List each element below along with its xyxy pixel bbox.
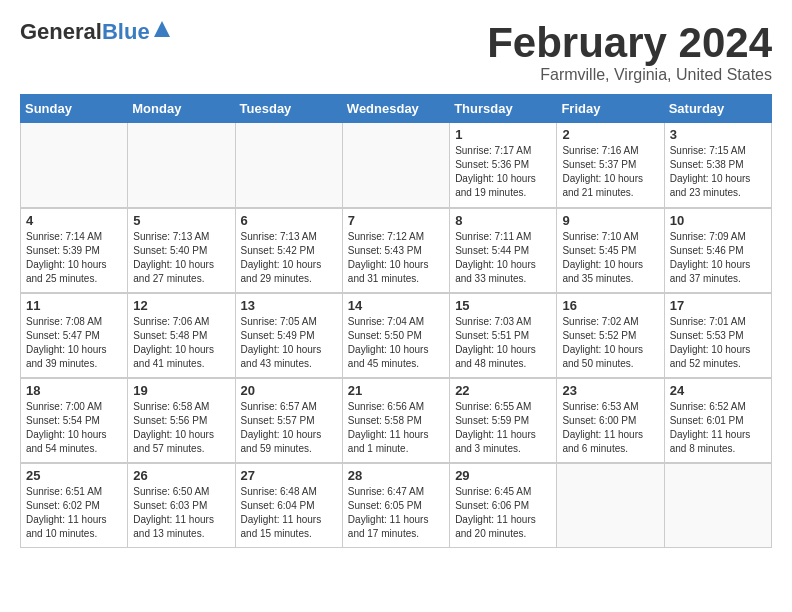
day-number: 23 [562, 383, 658, 398]
calendar-cell: 5Sunrise: 7:13 AMSunset: 5:40 PMDaylight… [128, 208, 235, 293]
calendar-cell [342, 123, 449, 208]
day-number: 18 [26, 383, 122, 398]
day-number: 6 [241, 213, 337, 228]
day-info: Sunrise: 7:13 AMSunset: 5:42 PMDaylight:… [241, 230, 337, 286]
calendar-cell: 26Sunrise: 6:50 AMSunset: 6:03 PMDayligh… [128, 463, 235, 548]
day-number: 13 [241, 298, 337, 313]
header-day-sunday: Sunday [21, 95, 128, 123]
header-day-tuesday: Tuesday [235, 95, 342, 123]
day-info: Sunrise: 6:55 AMSunset: 5:59 PMDaylight:… [455, 400, 551, 456]
calendar-cell: 16Sunrise: 7:02 AMSunset: 5:52 PMDayligh… [557, 293, 664, 378]
day-info: Sunrise: 7:02 AMSunset: 5:52 PMDaylight:… [562, 315, 658, 371]
logo-text: GeneralBlue [20, 20, 150, 44]
day-info: Sunrise: 7:00 AMSunset: 5:54 PMDaylight:… [26, 400, 122, 456]
calendar-cell: 9Sunrise: 7:10 AMSunset: 5:45 PMDaylight… [557, 208, 664, 293]
day-info: Sunrise: 6:56 AMSunset: 5:58 PMDaylight:… [348, 400, 444, 456]
day-number: 25 [26, 468, 122, 483]
day-info: Sunrise: 7:13 AMSunset: 5:40 PMDaylight:… [133, 230, 229, 286]
day-number: 11 [26, 298, 122, 313]
day-number: 24 [670, 383, 766, 398]
calendar-cell: 1Sunrise: 7:17 AMSunset: 5:36 PMDaylight… [450, 123, 557, 208]
day-number: 29 [455, 468, 551, 483]
calendar-cell: 29Sunrise: 6:45 AMSunset: 6:06 PMDayligh… [450, 463, 557, 548]
day-info: Sunrise: 7:06 AMSunset: 5:48 PMDaylight:… [133, 315, 229, 371]
calendar-cell: 15Sunrise: 7:03 AMSunset: 5:51 PMDayligh… [450, 293, 557, 378]
day-info: Sunrise: 6:58 AMSunset: 5:56 PMDaylight:… [133, 400, 229, 456]
calendar-cell: 4Sunrise: 7:14 AMSunset: 5:39 PMDaylight… [21, 208, 128, 293]
calendar-cell: 20Sunrise: 6:57 AMSunset: 5:57 PMDayligh… [235, 378, 342, 463]
calendar-week-1: 1Sunrise: 7:17 AMSunset: 5:36 PMDaylight… [21, 123, 772, 208]
title-block: February 2024 Farmville, Virginia, Unite… [487, 20, 772, 84]
calendar-week-2: 4Sunrise: 7:14 AMSunset: 5:39 PMDaylight… [21, 208, 772, 293]
day-info: Sunrise: 6:57 AMSunset: 5:57 PMDaylight:… [241, 400, 337, 456]
day-info: Sunrise: 7:17 AMSunset: 5:36 PMDaylight:… [455, 144, 551, 200]
day-number: 14 [348, 298, 444, 313]
calendar-cell: 23Sunrise: 6:53 AMSunset: 6:00 PMDayligh… [557, 378, 664, 463]
calendar-cell: 18Sunrise: 7:00 AMSunset: 5:54 PMDayligh… [21, 378, 128, 463]
calendar-cell [664, 463, 771, 548]
calendar-cell: 13Sunrise: 7:05 AMSunset: 5:49 PMDayligh… [235, 293, 342, 378]
day-number: 27 [241, 468, 337, 483]
day-number: 17 [670, 298, 766, 313]
day-number: 28 [348, 468, 444, 483]
calendar-table: SundayMondayTuesdayWednesdayThursdayFrid… [20, 94, 772, 548]
calendar-cell: 24Sunrise: 6:52 AMSunset: 6:01 PMDayligh… [664, 378, 771, 463]
day-info: Sunrise: 7:15 AMSunset: 5:38 PMDaylight:… [670, 144, 766, 200]
day-info: Sunrise: 7:11 AMSunset: 5:44 PMDaylight:… [455, 230, 551, 286]
day-info: Sunrise: 7:09 AMSunset: 5:46 PMDaylight:… [670, 230, 766, 286]
day-info: Sunrise: 7:16 AMSunset: 5:37 PMDaylight:… [562, 144, 658, 200]
day-info: Sunrise: 6:51 AMSunset: 6:02 PMDaylight:… [26, 485, 122, 541]
day-number: 8 [455, 213, 551, 228]
logo: GeneralBlue [20, 20, 172, 44]
header-day-thursday: Thursday [450, 95, 557, 123]
calendar-cell: 10Sunrise: 7:09 AMSunset: 5:46 PMDayligh… [664, 208, 771, 293]
calendar-cell: 8Sunrise: 7:11 AMSunset: 5:44 PMDaylight… [450, 208, 557, 293]
day-number: 12 [133, 298, 229, 313]
calendar-cell: 19Sunrise: 6:58 AMSunset: 5:56 PMDayligh… [128, 378, 235, 463]
day-number: 22 [455, 383, 551, 398]
svg-marker-0 [154, 21, 170, 37]
header-day-wednesday: Wednesday [342, 95, 449, 123]
day-number: 3 [670, 127, 766, 142]
calendar-cell [128, 123, 235, 208]
page-header: GeneralBlue February 2024 Farmville, Vir… [20, 20, 772, 84]
day-number: 21 [348, 383, 444, 398]
calendar-cell: 22Sunrise: 6:55 AMSunset: 5:59 PMDayligh… [450, 378, 557, 463]
calendar-cell: 2Sunrise: 7:16 AMSunset: 5:37 PMDaylight… [557, 123, 664, 208]
calendar-cell: 11Sunrise: 7:08 AMSunset: 5:47 PMDayligh… [21, 293, 128, 378]
calendar-week-3: 11Sunrise: 7:08 AMSunset: 5:47 PMDayligh… [21, 293, 772, 378]
day-info: Sunrise: 6:50 AMSunset: 6:03 PMDaylight:… [133, 485, 229, 541]
calendar-cell [235, 123, 342, 208]
location: Farmville, Virginia, United States [487, 66, 772, 84]
calendar-cell: 3Sunrise: 7:15 AMSunset: 5:38 PMDaylight… [664, 123, 771, 208]
day-info: Sunrise: 7:10 AMSunset: 5:45 PMDaylight:… [562, 230, 658, 286]
calendar-cell: 28Sunrise: 6:47 AMSunset: 6:05 PMDayligh… [342, 463, 449, 548]
day-number: 7 [348, 213, 444, 228]
calendar-cell: 17Sunrise: 7:01 AMSunset: 5:53 PMDayligh… [664, 293, 771, 378]
day-info: Sunrise: 7:12 AMSunset: 5:43 PMDaylight:… [348, 230, 444, 286]
day-info: Sunrise: 7:01 AMSunset: 5:53 PMDaylight:… [670, 315, 766, 371]
day-info: Sunrise: 7:14 AMSunset: 5:39 PMDaylight:… [26, 230, 122, 286]
day-info: Sunrise: 7:03 AMSunset: 5:51 PMDaylight:… [455, 315, 551, 371]
calendar-cell: 25Sunrise: 6:51 AMSunset: 6:02 PMDayligh… [21, 463, 128, 548]
calendar-cell: 6Sunrise: 7:13 AMSunset: 5:42 PMDaylight… [235, 208, 342, 293]
day-info: Sunrise: 7:08 AMSunset: 5:47 PMDaylight:… [26, 315, 122, 371]
day-info: Sunrise: 6:45 AMSunset: 6:06 PMDaylight:… [455, 485, 551, 541]
day-info: Sunrise: 7:05 AMSunset: 5:49 PMDaylight:… [241, 315, 337, 371]
day-info: Sunrise: 6:47 AMSunset: 6:05 PMDaylight:… [348, 485, 444, 541]
calendar-week-5: 25Sunrise: 6:51 AMSunset: 6:02 PMDayligh… [21, 463, 772, 548]
calendar-cell: 14Sunrise: 7:04 AMSunset: 5:50 PMDayligh… [342, 293, 449, 378]
month-title: February 2024 [487, 20, 772, 66]
calendar-cell: 21Sunrise: 6:56 AMSunset: 5:58 PMDayligh… [342, 378, 449, 463]
calendar-cell: 7Sunrise: 7:12 AMSunset: 5:43 PMDaylight… [342, 208, 449, 293]
header-row: SundayMondayTuesdayWednesdayThursdayFrid… [21, 95, 772, 123]
day-number: 26 [133, 468, 229, 483]
calendar-cell: 27Sunrise: 6:48 AMSunset: 6:04 PMDayligh… [235, 463, 342, 548]
day-info: Sunrise: 6:52 AMSunset: 6:01 PMDaylight:… [670, 400, 766, 456]
calendar-week-4: 18Sunrise: 7:00 AMSunset: 5:54 PMDayligh… [21, 378, 772, 463]
calendar-cell [557, 463, 664, 548]
day-info: Sunrise: 6:48 AMSunset: 6:04 PMDaylight:… [241, 485, 337, 541]
calendar-cell [21, 123, 128, 208]
day-number: 19 [133, 383, 229, 398]
logo-icon [152, 19, 172, 39]
